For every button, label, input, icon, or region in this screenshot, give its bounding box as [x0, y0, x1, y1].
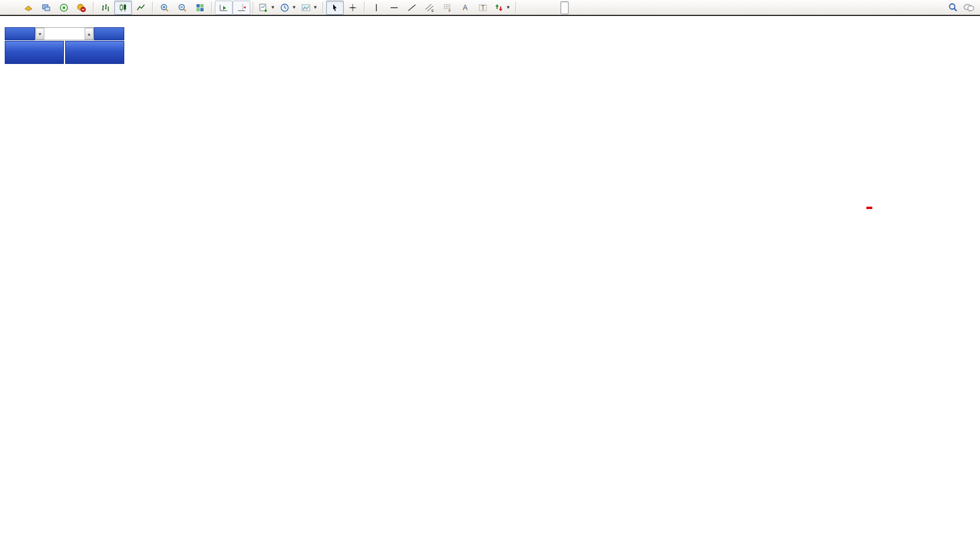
chevron-down-icon[interactable]: ▼	[292, 5, 296, 10]
text-icon: A	[460, 3, 470, 12]
text-button[interactable]: A	[456, 1, 474, 15]
auto-scroll-button[interactable]	[215, 1, 233, 15]
tab-timeframe-m15[interactable]	[536, 1, 544, 14]
zoom-in-button[interactable]	[156, 1, 173, 15]
clock-icon	[280, 3, 289, 12]
line-chart-icon	[136, 3, 146, 12]
toolbar-separator	[515, 2, 517, 14]
bar-chart-button[interactable]	[96, 1, 114, 15]
periods-button[interactable]: ▼	[278, 1, 299, 15]
new-chart-icon	[259, 3, 268, 12]
new-order-button[interactable]	[2, 1, 20, 15]
indicators-icon	[301, 3, 311, 12]
toolbar-separator	[93, 2, 94, 14]
toolbar-separator	[253, 2, 254, 14]
tab-timeframe-d1[interactable]	[569, 1, 577, 14]
cursor-icon	[330, 3, 340, 12]
arrows-button[interactable]: ▼	[492, 1, 513, 15]
line-chart-button[interactable]	[132, 1, 150, 15]
gold-profile-icon	[24, 3, 33, 12]
crosshair-button[interactable]	[344, 1, 362, 15]
trendline-icon	[407, 3, 417, 12]
chevron-down-icon[interactable]: ▼	[270, 5, 275, 10]
arrows-icon	[494, 3, 504, 12]
chevron-down-icon[interactable]: ▼	[313, 5, 318, 10]
zoom-out-icon	[178, 3, 187, 12]
tab-timeframe-mn[interactable]	[585, 1, 594, 14]
search-icon[interactable]	[948, 2, 958, 12]
trendline-button[interactable]	[403, 1, 421, 15]
vertical-line-icon	[372, 3, 381, 12]
chat-icon[interactable]	[963, 3, 975, 12]
auto-scroll-icon	[219, 3, 228, 12]
zoom-out-button[interactable]	[173, 1, 191, 15]
text-label-button[interactable]: T	[474, 1, 492, 15]
tile-windows-icon	[195, 3, 205, 12]
toolbar-separator	[364, 2, 365, 14]
auto-trading-icon	[76, 3, 86, 12]
chart-canvas[interactable]	[0, 0, 980, 559]
toolbar-separator	[323, 2, 324, 14]
chart-shift-icon	[237, 3, 246, 12]
tab-timeframe-h4[interactable]	[560, 1, 569, 14]
candlestick-chart-icon	[118, 3, 128, 12]
cursor-button[interactable]	[326, 1, 344, 15]
horizontal-line-icon	[389, 3, 399, 12]
new-chart-button[interactable]: ▼	[256, 1, 278, 15]
indicators-button[interactable]: ▼	[299, 1, 320, 15]
toolbar: ▼ ▼ ▼ E F A T ▼	[0, 0, 980, 16]
toolbar-separator	[152, 2, 153, 14]
chart-shift-button[interactable]	[233, 1, 250, 15]
tab-timeframe-m5[interactable]	[527, 1, 536, 14]
crosshair-icon	[348, 3, 357, 12]
horizontal-line-button[interactable]	[385, 1, 403, 15]
svg-text:T: T	[481, 5, 485, 11]
text-label-icon: T	[478, 3, 488, 12]
tile-windows-button[interactable]	[191, 1, 209, 15]
chart-profiles-button[interactable]	[20, 1, 37, 15]
auto-trading-button[interactable]	[73, 1, 91, 15]
signal-icon	[59, 3, 69, 12]
bar-chart-icon	[101, 3, 110, 12]
svg-text:A: A	[463, 4, 468, 12]
tab-timeframe-w1[interactable]	[577, 1, 585, 14]
market-watch-button[interactable]	[37, 1, 55, 15]
svg-text:E: E	[431, 9, 434, 12]
market-watch-icon	[41, 3, 51, 12]
equidistant-channel-button[interactable]: E	[421, 1, 439, 15]
vertical-line-button[interactable]	[368, 1, 385, 15]
tab-timeframe-m1[interactable]	[519, 1, 527, 14]
tab-timeframe-m30[interactable]	[544, 1, 552, 14]
svg-text:F: F	[449, 9, 451, 12]
toolbar-separator	[211, 2, 212, 14]
zoom-in-icon	[160, 3, 169, 12]
fibonacci-icon: F	[443, 3, 452, 12]
signal-button[interactable]	[55, 1, 73, 15]
equidistant-channel-icon: E	[425, 3, 434, 12]
candlestick-chart-button[interactable]	[114, 1, 132, 15]
fibonacci-button[interactable]: F	[439, 1, 456, 15]
chevron-down-icon[interactable]: ▼	[506, 5, 511, 10]
tab-timeframe-h1[interactable]	[552, 1, 560, 14]
